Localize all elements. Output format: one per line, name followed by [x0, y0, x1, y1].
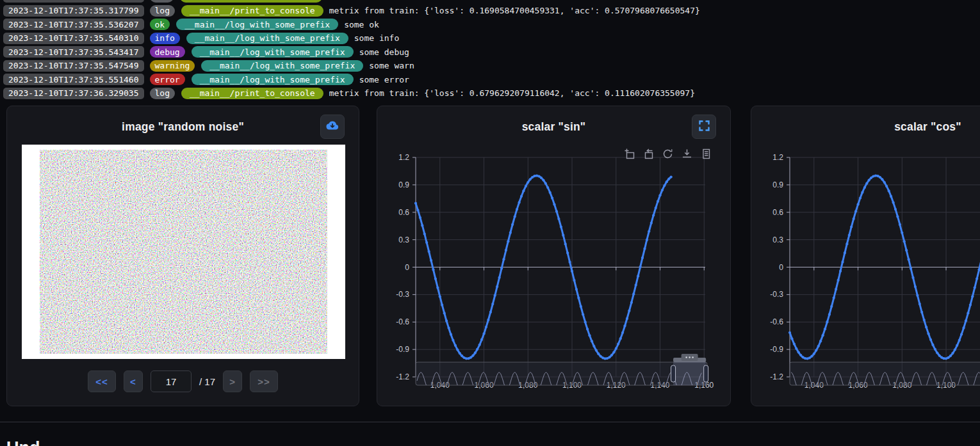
datazoom-handle-right[interactable]	[704, 365, 708, 382]
svg-text:0: 0	[405, 263, 409, 272]
scalar-cos-card: scalar "cos" 1.20.90.60.30-0.3-0.6-0.9-1…	[751, 106, 980, 406]
fullscreen-icon	[699, 120, 710, 134]
log-channel-badge: __main__/log_with_some_prefix	[192, 74, 354, 85]
log-channel-badge: __main__/log_with_some_prefix	[186, 33, 348, 44]
section-heading: Und	[6, 438, 40, 446]
log-timestamp: 2023-12-10T17:37:35.547549	[3, 60, 144, 72]
log-level-badge	[150, 0, 174, 3]
log-timestamp: 2023-12-10T17:37:35.540310	[3, 33, 144, 44]
log-row: 2023-12-10T17:37:35.547549warning__main_…	[3, 60, 977, 72]
svg-text:-0.6: -0.6	[396, 317, 409, 326]
svg-text:-0.3: -0.3	[396, 290, 409, 299]
fullscreen-button[interactable]	[692, 115, 716, 139]
page-input[interactable]	[151, 370, 192, 392]
log-message: metrix from train: {'loss': 0.6796292079…	[329, 88, 695, 98]
log-channel-badge: __main__/log_with_some_prefix	[201, 60, 363, 72]
log-timestamp: 2023-12-10T17:37:35.536207	[3, 19, 144, 30]
svg-text:-1.2: -1.2	[396, 372, 409, 381]
datazoom-slider[interactable]	[416, 362, 707, 385]
log-level-badge: warning	[150, 60, 195, 72]
first-page-button[interactable]: <<	[88, 370, 116, 392]
svg-text:0.6: 0.6	[398, 208, 409, 217]
svg-text:0: 0	[779, 263, 783, 272]
log-row: 2023-12-10T17:37:35.551460error__main__/…	[3, 74, 977, 85]
svg-text:-1.2: -1.2	[770, 372, 783, 381]
log-message: some debug	[359, 47, 409, 57]
toolbox-save-image-icon[interactable]	[682, 148, 692, 159]
svg-text:-0.9: -0.9	[396, 345, 409, 354]
log-row: 2023-12-10T17:37:35.536207ok__main__/log…	[3, 19, 977, 30]
log-timestamp: 2023-12-10T17:37:36.329035	[3, 88, 144, 99]
noise-pixels	[40, 150, 327, 354]
sin-chart[interactable]: 1.20.90.60.30-0.3-0.6-0.9-1.21,0401,0601…	[377, 147, 731, 393]
svg-text:-0.6: -0.6	[770, 317, 783, 326]
log-level-badge: error	[150, 74, 185, 85]
log-console: 2023-12-10T17:37:35.317799log__main__/pr…	[3, 0, 977, 99]
svg-text:1.2: 1.2	[398, 153, 409, 162]
log-channel-badge: __main__/log_with_some_prefix	[176, 19, 338, 30]
toolbox-restore-icon[interactable]	[662, 148, 673, 159]
chart-toolbox	[624, 148, 712, 159]
log-row: 2023-12-10T17:37:36.329035log__main__/pr…	[3, 88, 977, 99]
toolbox-datazoom-icon[interactable]	[624, 148, 635, 159]
section-divider	[0, 422, 980, 422]
toolbox-dataview-icon[interactable]	[701, 148, 712, 159]
svg-text:0.9: 0.9	[772, 180, 783, 189]
log-channel-badge: __main__/log_with_some_prefix	[192, 46, 354, 58]
svg-text:0.6: 0.6	[772, 208, 783, 217]
toolbox-datazoom-reset-icon[interactable]	[643, 148, 654, 159]
sin-card-title: scalar "sin"	[377, 120, 730, 134]
log-level-badge: info	[150, 33, 180, 44]
svg-text:0.9: 0.9	[398, 180, 409, 189]
log-channel-badge	[180, 0, 322, 3]
log-timestamp: 2023-12-10T17:37:35.551460	[3, 74, 144, 85]
log-message: metrix from train: {'loss': 0.1690584700…	[329, 6, 700, 15]
log-row	[3, 0, 977, 3]
image-card-title: image "random noise"	[7, 120, 359, 134]
log-level-badge: log	[150, 88, 175, 99]
log-timestamp: 2023-12-10T17:37:35.317799	[3, 5, 144, 17]
svg-text:-0.3: -0.3	[770, 290, 783, 299]
log-message: some warn	[369, 61, 414, 70]
log-message: some ok	[344, 20, 379, 29]
log-row: 2023-12-10T17:37:35.540310info__main__/l…	[3, 33, 977, 44]
datazoom-handle-left[interactable]	[671, 365, 676, 382]
svg-text:-0.9: -0.9	[770, 345, 783, 354]
cos-card-title: scalar "cos"	[751, 120, 980, 134]
log-message: some info	[354, 33, 399, 43]
image-card: image "random noise" << < / 17 > >>	[6, 106, 359, 406]
prev-page-button[interactable]: <	[124, 370, 143, 392]
cloud-download-icon	[325, 120, 339, 134]
cos-chart[interactable]: 1.20.90.60.30-0.3-0.6-0.9-1.21,0401,0601…	[751, 147, 980, 393]
log-timestamp	[3, 0, 144, 3]
log-level-badge: log	[150, 5, 175, 17]
svg-text:0.3: 0.3	[398, 235, 409, 244]
log-channel-badge: __main__/print_to_console	[181, 5, 323, 17]
image-pagination: << < / 17 > >>	[7, 370, 359, 392]
scalar-sin-card: scalar "sin" 1.20.90.60.30-0.3-0.6-0.9-1…	[377, 106, 731, 406]
next-page-button[interactable]: >	[223, 370, 242, 392]
log-level-badge: debug	[150, 46, 185, 58]
datazoom-window[interactable]	[673, 362, 706, 385]
log-message: some error	[359, 75, 409, 84]
last-page-button[interactable]: >>	[250, 370, 278, 392]
svg-text:1.2: 1.2	[772, 153, 783, 162]
download-image-button[interactable]	[320, 115, 345, 139]
log-row: 2023-12-10T17:37:35.543417debug__main__/…	[3, 46, 977, 58]
log-level-badge: ok	[150, 19, 170, 30]
random-noise-image	[22, 145, 345, 359]
page-total-label: / 17	[199, 376, 215, 387]
log-row: 2023-12-10T17:37:35.317799log__main__/pr…	[3, 5, 977, 17]
log-channel-badge: __main__/print_to_console	[181, 88, 323, 99]
log-timestamp: 2023-12-10T17:37:35.543417	[3, 46, 144, 58]
svg-text:0.3: 0.3	[772, 235, 783, 244]
